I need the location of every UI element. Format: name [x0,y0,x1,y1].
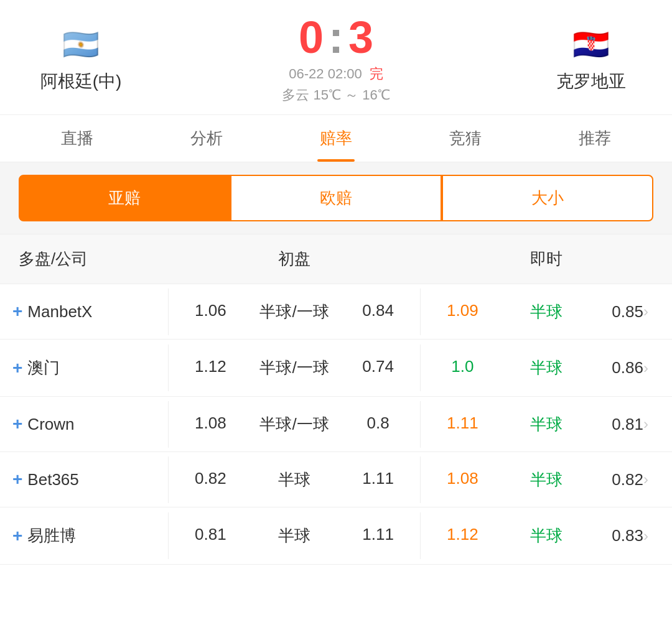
rt-right: 0.85 › [588,295,672,329]
company-name: Crown [27,415,74,434]
initial-left: 1.08 [169,407,253,442]
odds-table-header: 多盘/公司 初盘 即时 [0,234,672,284]
initial-right: 1.11 [336,463,420,497]
realtime-odds-manbetx: 1.09 半球 0.85 › [420,289,672,335]
score-center: 0 : 3 06-22 02:00 完 多云 15℃ ～ 16℃ [149,15,523,104]
initial-left: 0.81 [169,519,253,553]
realtime-odds-crown: 1.11 半球 0.81 › [420,401,672,448]
rt-left: 1.09 [421,295,505,329]
initial-mid: 半球 [253,463,337,497]
plus-icon: + [12,302,22,322]
rt-left: 1.0 [421,351,505,385]
rt-mid: 半球 [505,407,589,442]
rt-right: 0.86 › [588,351,672,385]
odds-table: 多盘/公司 初盘 即时 + ManbetX 1.06 半球/一球 0.84 1.… [0,234,672,565]
initial-odds-bet365: 0.82 半球 1.11 [168,456,420,503]
company-manbetx[interactable]: + ManbetX [0,284,168,339]
initial-odds-crown: 1.08 半球/一球 0.8 [168,401,420,448]
table-row: + Bet365 0.82 半球 1.11 1.08 半球 0.82 › [0,452,672,507]
company-crown[interactable]: + Crown [0,397,168,451]
header-realtime: 即时 [420,234,672,284]
table-row: + 易胜博 0.81 半球 1.11 1.12 半球 0.83 › [0,507,672,565]
rt-mid: 半球 [505,463,589,497]
arrow-right-icon: › [643,471,648,488]
plus-icon: + [12,414,22,434]
score-left: 0 [299,15,324,60]
sub-tab-size[interactable]: 大小 [442,175,653,221]
initial-odds-aomen: 1.12 半球/一球 0.74 [168,345,420,391]
header-initial: 初盘 [168,234,420,284]
initial-mid: 半球/一球 [253,295,337,329]
score-right: 3 [348,15,373,60]
arrow-right-icon: › [643,415,648,433]
initial-right: 0.84 [336,295,420,329]
rt-left: 1.08 [421,463,505,497]
table-row: + ManbetX 1.06 半球/一球 0.84 1.09 半球 0.85 › [0,284,672,340]
team-right-name: 克罗地亚 [556,70,626,93]
realtime-odds-bet365: 1.08 半球 0.82 › [420,456,672,503]
arrow-right-icon: › [643,527,648,545]
tab-odds[interactable]: 赔率 [271,115,401,162]
rt-right: 0.83 › [588,519,672,553]
initial-mid: 半球 [253,519,337,553]
score-display: 0 : 3 [299,15,373,60]
initial-odds-yishengbo: 0.81 半球 1.11 [168,512,420,559]
team-right: 🇭🇷 克罗地亚 [523,26,660,93]
initial-left: 1.12 [169,351,253,385]
rt-right: 0.82 › [588,463,672,497]
company-yishengbo[interactable]: + 易胜博 [0,507,168,564]
score-section: 🇦🇷 阿根廷(中) 0 : 3 06-22 02:00 完 多云 15℃ ～ 1… [0,0,672,114]
initial-mid: 半球/一球 [253,407,337,442]
initial-right: 0.74 [336,351,420,385]
initial-right: 1.11 [336,519,420,553]
tab-live[interactable]: 直播 [12,115,142,162]
header-company: 多盘/公司 [0,234,168,284]
table-row: + 澳门 1.12 半球/一球 0.74 1.0 半球 0.86 › [0,340,672,397]
rt-left: 1.11 [421,407,505,442]
company-name: 澳门 [27,357,60,379]
plus-icon: + [12,526,22,546]
match-info: 06-22 02:00 完 [289,65,383,83]
company-name: Bet365 [27,470,78,489]
initial-right: 0.8 [336,407,420,442]
rt-mid: 半球 [505,351,589,385]
plus-icon: + [12,470,22,489]
tab-analysis[interactable]: 分析 [142,115,271,162]
team-left-name: 阿根廷(中) [40,70,122,93]
initial-odds-manbetx: 1.06 半球/一球 0.84 [168,289,420,335]
sub-tab-container: 亚赔 欧赔 大小 [0,162,672,234]
table-row: + Crown 1.08 半球/一球 0.8 1.11 半球 0.81 › [0,397,672,452]
rt-right: 0.81 › [588,407,672,442]
company-name: 易胜博 [27,525,76,547]
rt-left: 1.12 [421,519,505,553]
sub-tab-europe[interactable]: 欧赔 [230,175,442,221]
initial-left: 1.06 [169,295,253,329]
tab-navigation: 直播 分析 赔率 竞猜 推荐 [0,115,672,162]
initial-left: 0.82 [169,463,253,497]
score-colon: : [329,15,343,60]
arrow-right-icon: › [643,303,648,320]
initial-mid: 半球/一球 [253,351,337,385]
company-name: ManbetX [27,302,92,322]
weather-info: 多云 15℃ ～ 16℃ [282,86,390,104]
match-date: 06-22 02:00 [289,66,362,82]
company-bet365[interactable]: + Bet365 [0,452,168,507]
sub-tab-asia[interactable]: 亚赔 [19,175,230,221]
plus-icon: + [12,358,22,378]
team-right-flag: 🇭🇷 [563,26,619,63]
team-left: 🇦🇷 阿根廷(中) [12,26,149,93]
realtime-odds-aomen: 1.0 半球 0.86 › [420,345,672,391]
arrow-right-icon: › [643,359,648,377]
tab-recommend[interactable]: 推荐 [530,115,660,162]
rt-mid: 半球 [505,519,589,553]
rt-mid: 半球 [505,295,589,329]
tab-guess[interactable]: 竞猜 [401,115,530,162]
team-left-flag: 🇦🇷 [53,26,109,63]
match-status: 完 [370,65,383,83]
company-aomen[interactable]: + 澳门 [0,340,168,396]
realtime-odds-yishengbo: 1.12 半球 0.83 › [420,512,672,559]
